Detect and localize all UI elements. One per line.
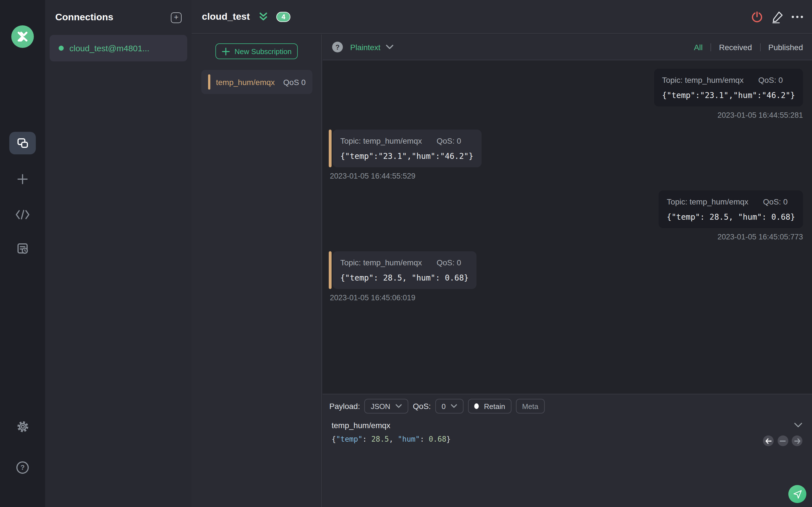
connections-panel: Connections + cloud_test@m4801... [45,0,192,507]
chevron-down-icon [395,404,402,408]
message-color-bar [329,129,331,167]
connections-panel-title: Connections [55,12,113,23]
pencil-icon [771,10,784,23]
more-options-button[interactable] [792,15,803,18]
tab-separator [760,43,760,51]
publish-panel: Payload: JSON QoS: 0 [322,394,812,507]
message-topic: Topic: temp_hum/emqx [340,136,422,145]
message-published: Topic: temp_hum/emqx QoS: 0 {"temp": 28.… [329,190,803,241]
message-bubble: Topic: temp_hum/emqx QoS: 0 {"temp":"23.… [654,69,803,107]
edit-connection-button[interactable] [771,10,784,23]
retain-dot-icon [474,403,479,409]
topic-input[interactable]: temp_hum/emqx [332,421,391,430]
double-chevron-down-icon [258,11,269,22]
sidebar-item-connections[interactable] [9,132,36,154]
collapse-panel-button[interactable] [258,11,269,22]
subscription-item[interactable]: temp_hum/emqx QoS 0 [201,70,312,94]
disconnect-button[interactable] [751,10,763,23]
subscription-color-bar [208,74,210,90]
message-count-badge: 4 [276,11,290,22]
collapse-editor-chevron-icon[interactable] [794,422,802,428]
payload-format-value: Plaintext [350,43,380,52]
publish-controls: Payload: JSON QoS: 0 [322,394,812,413]
history-navigation [763,436,802,446]
chevron-down-icon [386,45,393,50]
message-qos: QoS: 0 [437,258,461,267]
payload-editor[interactable]: {"temp": 28.5, "hum": 0.68} [322,430,812,443]
editor-token: { [332,435,336,443]
settings-button[interactable] [16,420,29,433]
message-topic: Topic: temp_hum/emqx [667,197,748,206]
connection-title: cloud_test [202,11,250,22]
payload-format-select[interactable]: JSON [364,399,408,413]
send-plane-icon [792,489,802,499]
history-next-button[interactable] [792,436,802,446]
history-clear-button[interactable] [777,436,788,446]
mqttx-logo-icon [11,25,34,48]
main-area: cloud_test 4 [192,0,812,507]
retain-toggle[interactable]: Retain [468,399,511,413]
payload-format-dropdown[interactable]: Plaintext [350,43,393,52]
question-mark-icon: ? [336,43,340,51]
tab-separator [711,43,711,51]
connected-status-dot [59,46,64,51]
message-payload: {"temp":"23.1","hum":"46.2"} [340,152,473,161]
message-timestamp: 2023-01-05 16:45:05:773 [718,233,803,241]
question-mark-icon: ? [16,461,29,474]
message-topic: Topic: temp_hum/emqx [662,75,744,84]
left-rail: ? [0,0,45,507]
connection-list-item[interactable]: cloud_test@m4801... [50,35,187,61]
add-connection-button[interactable]: + [171,12,182,23]
message-color-bar [329,251,331,289]
editor-token: "hum" [398,435,420,443]
message-filter-tabs: All Received Published [694,43,803,52]
message-timestamp: 2023-01-05 16:45:06:019 [330,293,415,302]
qos-select[interactable]: 0 [435,399,463,413]
message-timestamp: 2023-01-05 16:44:55:281 [718,111,803,119]
subscription-qos: QoS 0 [283,77,306,87]
plus-icon [221,47,230,55]
message-bubble: Topic: temp_hum/emqx QoS: 0 {"temp": 28.… [333,251,476,289]
editor-token: 0.68 [428,435,446,443]
messages-toolbar: ? Plaintext All Received Published [322,34,812,60]
message-received: Topic: temp_hum/emqx QoS: 0 {"temp": 28.… [329,251,803,302]
history-prev-button[interactable] [763,436,774,446]
sidebar-item-log[interactable] [16,242,29,255]
topic-input-row: temp_hum/emqx [322,413,812,430]
qos-label: QoS: [413,402,431,411]
code-icon [15,210,30,220]
meta-button[interactable]: Meta [516,399,545,413]
tab-received[interactable]: Received [719,43,752,52]
message-bubble: Topic: temp_hum/emqx QoS: 0 {"temp":"23.… [333,129,481,167]
payload-label: Payload: [329,402,360,411]
plus-icon: + [174,12,179,21]
message-published: Topic: temp_hum/emqx QoS: 0 {"temp":"23.… [329,69,803,119]
sidebar-item-new-connection[interactable] [16,172,29,186]
message-qos: QoS: 0 [437,136,461,145]
gear-icon [16,420,29,433]
editor-token: : [363,435,371,443]
ellipsis-icon [792,15,794,18]
messages-panel: ? Plaintext All Received Published [322,34,812,507]
message-qos: QoS: 0 [763,197,788,206]
tab-all[interactable]: All [694,43,703,52]
payload-help-button[interactable]: ? [332,42,343,52]
arrow-right-icon [794,438,801,444]
editor-token: : [420,435,428,443]
plus-icon [16,173,29,185]
send-button[interactable] [788,485,806,503]
minus-icon [779,438,786,444]
message-list: Topic: temp_hum/emqx QoS: 0 {"temp":"23.… [322,60,812,394]
message-timestamp: 2023-01-05 16:44:55:529 [330,172,415,180]
message-received: Topic: temp_hum/emqx QoS: 0 {"temp":"23.… [329,129,803,180]
log-icon [16,242,29,255]
sidebar-item-script[interactable] [15,209,30,220]
tab-published[interactable]: Published [768,43,803,52]
help-button[interactable]: ? [16,461,29,474]
editor-token: } [446,435,451,443]
message-payload: {"temp":"23.1","hum":"46.2"} [662,91,795,100]
connection-header: cloud_test 4 [192,0,812,34]
editor-token: "temp" [336,435,363,443]
new-subscription-button[interactable]: New Subscription [215,43,298,59]
message-bubble: Topic: temp_hum/emqx QoS: 0 {"temp": 28.… [659,190,803,228]
